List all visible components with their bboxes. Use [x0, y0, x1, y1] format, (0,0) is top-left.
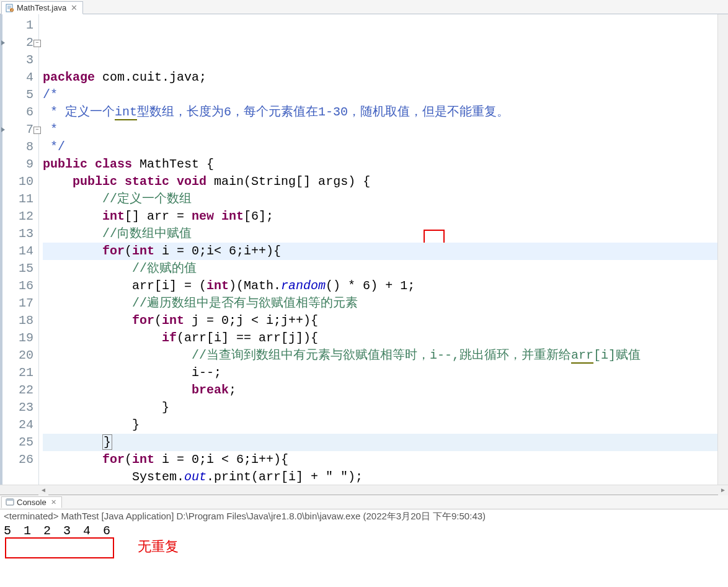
code-line[interactable]: if(arr[i] == arr[j]){	[43, 329, 717, 347]
horizontal-scrollbar[interactable]: ◄ ►	[0, 485, 728, 495]
svg-rect-4	[6, 499, 14, 501]
code-line[interactable]: //当查询到数组中有元素与欲赋值相等时，i--,跳出循环，并重新给arr[i]赋…	[43, 347, 717, 364]
code-token: int	[132, 244, 154, 258]
code-token: (	[125, 452, 132, 467]
editor-tab-bar: J MathTest.java ✕	[0, 0, 728, 14]
code-token	[43, 192, 102, 206]
line-number: 1	[0, 17, 38, 34]
code-text-area[interactable]: package com.cuit.java;/* * 定义一个int型数组，长度…	[39, 14, 717, 484]
code-line[interactable]: }	[43, 434, 717, 451]
code-token: arr[i] = (	[43, 279, 206, 293]
code-token	[95, 70, 102, 84]
code-token: 定义一个	[65, 105, 115, 119]
code-line[interactable]: arr[i] = (int)(Math.random() * 6) + 1;	[43, 277, 717, 295]
line-number-gutter: 12−34567−8910111213141516171819202122232…	[0, 14, 39, 484]
scroll-right-arrow-icon[interactable]: ►	[718, 485, 728, 495]
line-number: 25	[0, 434, 38, 451]
vertical-scrollbar[interactable]	[717, 14, 728, 484]
code-token: //当查询到数组中有元素与欲赋值相等时，i--,跳出循环，并重新给	[192, 348, 571, 362]
line-number: 15	[0, 260, 38, 277]
line-number: 7−	[0, 121, 38, 138]
code-token	[43, 313, 132, 328]
line-number: 23	[0, 399, 38, 416]
code-token: break	[192, 383, 229, 397]
code-token	[43, 261, 132, 276]
line-number: 12	[0, 208, 38, 225]
code-line[interactable]: //向数组中赋值	[43, 225, 717, 243]
line-number: 8	[0, 138, 38, 156]
code-line[interactable]: }	[43, 416, 717, 434]
code-token: if	[162, 331, 177, 345]
annotation-label: 无重复	[138, 537, 179, 556]
code-token: //向数组中赋值	[102, 226, 192, 241]
code-line[interactable]: break;	[43, 382, 717, 399]
line-number: 18	[0, 312, 38, 329]
code-token: int	[115, 105, 137, 120]
code-line[interactable]: /*	[43, 86, 717, 104]
line-number: 21	[0, 364, 38, 382]
editor-tab-active[interactable]: J MathTest.java ✕	[1, 1, 83, 14]
code-token: arr	[571, 348, 593, 364]
code-token: (	[125, 244, 132, 258]
code-token	[43, 174, 73, 189]
code-token	[43, 452, 102, 467]
code-token: int	[102, 209, 125, 223]
console-tab[interactable]: Console ✕	[1, 496, 62, 508]
code-token: }	[102, 434, 112, 450]
code-line[interactable]: System.out.print(arr[i] + " ");	[43, 468, 717, 484]
code-line[interactable]: *	[43, 121, 717, 138]
line-number: 6	[0, 104, 38, 121]
code-line[interactable]: //遍历数组中是否有与欲赋值相等的元素	[43, 295, 717, 312]
close-icon[interactable]: ✕	[70, 4, 78, 12]
code-token	[43, 383, 192, 397]
scroll-left-arrow-icon[interactable]: ◄	[38, 485, 48, 495]
line-number: 4	[0, 69, 38, 86]
code-line[interactable]: for(int i = 0;i < 6;i++){	[43, 451, 717, 468]
line-number: 24	[0, 416, 38, 434]
code-token	[43, 296, 132, 310]
code-line[interactable]: //欲赋的值	[43, 260, 717, 277]
code-line[interactable]: for(int j = 0;j < i;j++){	[43, 312, 717, 329]
close-icon[interactable]: ✕	[50, 498, 58, 506]
code-token: public	[73, 174, 117, 189]
code-token	[43, 209, 102, 223]
code-line[interactable]: for(int i = 0;i< 6;i++){	[43, 243, 717, 260]
code-token: //遍历数组中是否有与欲赋值相等的元素	[132, 296, 358, 310]
code-line[interactable]: package com.cuit.java;	[43, 69, 717, 86]
code-token: //欲赋的值	[132, 261, 197, 276]
code-line[interactable]: public class MathTest {	[43, 156, 717, 173]
code-token: }	[43, 400, 169, 414]
code-token: j = 0;j < i;j++){	[184, 313, 318, 328]
code-line[interactable]: i--;	[43, 364, 717, 382]
console-output-line: 5 1 2 3 4 6	[4, 522, 113, 539]
code-token: /*	[43, 87, 58, 102]
code-token: for	[132, 313, 154, 328]
code-token	[43, 348, 192, 362]
code-line[interactable]: public static void main(String[] args) {	[43, 173, 717, 190]
code-line[interactable]: //定义一个数组	[43, 190, 717, 208]
line-number: 17	[0, 295, 38, 312]
code-token: (	[154, 313, 162, 328]
line-number: 13	[0, 225, 38, 243]
code-token: int	[132, 452, 154, 467]
console-status-line: <terminated> MathTest [Java Application]…	[4, 511, 724, 522]
code-line[interactable]: }	[43, 399, 717, 416]
code-token: int	[221, 209, 244, 223]
code-line[interactable]: * 定义一个int型数组，长度为6，每个元素值在1-30，随机取值，但是不能重复…	[43, 104, 717, 121]
java-file-icon: J	[6, 4, 14, 12]
code-token: static	[125, 174, 169, 189]
code-token: *	[43, 105, 65, 119]
code-token: public	[43, 157, 87, 171]
code-token	[169, 174, 177, 189]
code-line[interactable]: */	[43, 138, 717, 156]
code-token	[43, 244, 102, 258]
code-line[interactable]: int[] arr = new int[6];	[43, 208, 717, 225]
gutter-marker-icon	[1, 127, 5, 132]
console-body[interactable]: <terminated> MathTest [Java Application]…	[0, 509, 728, 588]
code-token: *	[43, 122, 58, 137]
code-token: */	[43, 140, 65, 154]
code-token: random	[281, 279, 326, 293]
editor-tab-label: MathTest.java	[17, 3, 66, 12]
code-token: }	[43, 418, 140, 432]
code-token: class	[95, 157, 132, 171]
